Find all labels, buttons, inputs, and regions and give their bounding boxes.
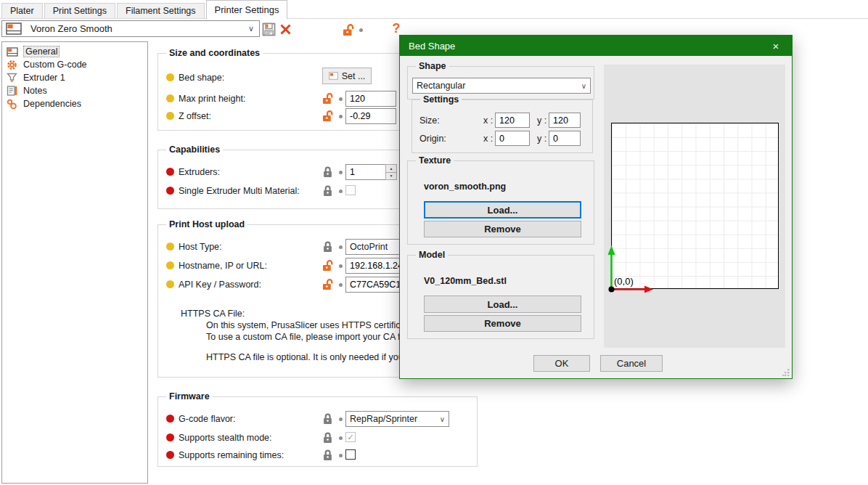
dialog-close-button[interactable]: × bbox=[760, 36, 792, 56]
mode-dot-icon bbox=[166, 73, 174, 81]
origin-label: Origin: bbox=[419, 134, 446, 144]
question-icon: ? bbox=[393, 21, 401, 36]
model-filename: V0_120mm_Bed.stl bbox=[424, 276, 507, 286]
ok-button[interactable]: OK bbox=[533, 355, 590, 372]
spin-down-button[interactable]: ▼ bbox=[385, 172, 397, 181]
option-label: Z offset: bbox=[179, 111, 211, 121]
main-tabbar: Plater Print Settings Filament Settings … bbox=[0, 0, 868, 19]
dependencies-icon bbox=[7, 99, 20, 109]
texture-remove-button[interactable]: Remove bbox=[424, 221, 581, 237]
option-label: Extruders: bbox=[179, 167, 220, 177]
option-label: API Key / Password: bbox=[179, 280, 261, 290]
group-model: Model V0_120mm_Bed.stl Load... Remove bbox=[407, 255, 594, 339]
lock-open-icon[interactable] bbox=[322, 92, 335, 105]
lock-closed-icon[interactable] bbox=[322, 184, 335, 197]
group-title: Model bbox=[416, 250, 448, 260]
remaining-times-checkbox[interactable] bbox=[345, 449, 356, 460]
lock-closed-icon[interactable] bbox=[322, 412, 335, 425]
shape-select[interactable]: Rectangular ∨ bbox=[412, 78, 591, 94]
button-label: Remove bbox=[484, 318, 521, 329]
prusaslicer-window: Plater Print Settings Filament Settings … bbox=[0, 0, 868, 485]
mode-dot-icon bbox=[166, 94, 174, 102]
dialog-title: Bed Shape bbox=[409, 41, 455, 52]
value-revert-dot-icon bbox=[339, 454, 343, 457]
max-print-height-input[interactable] bbox=[345, 91, 396, 107]
extruders-input[interactable] bbox=[345, 164, 385, 180]
bed-shape-set-button[interactable]: Set ... bbox=[322, 68, 372, 84]
option-label: Max print height: bbox=[179, 94, 245, 104]
value-revert-dot-icon bbox=[339, 245, 343, 249]
delete-x-icon bbox=[279, 23, 292, 36]
button-label: OK bbox=[555, 358, 569, 369]
tab-printer-settings[interactable]: Printer Settings bbox=[206, 0, 288, 19]
sidebar-item-general[interactable]: General bbox=[2, 45, 147, 58]
chevron-down-icon: ∨ bbox=[248, 24, 254, 33]
lock-open-icon[interactable] bbox=[341, 23, 356, 37]
size-x-input[interactable] bbox=[495, 113, 530, 128]
sidebar-item-label: General bbox=[23, 46, 60, 57]
value-revert-dot-icon bbox=[339, 264, 343, 268]
lock-open-icon[interactable] bbox=[322, 259, 335, 272]
z-offset-input[interactable] bbox=[345, 108, 396, 124]
resize-grip[interactable] bbox=[782, 369, 790, 376]
chevron-down-icon: ∨ bbox=[581, 82, 586, 90]
settings-sidebar: General Custom G-code Extruder 1 bbox=[1, 41, 148, 484]
group-title: Size and coordinates bbox=[166, 48, 263, 58]
sidebar-item-dependencies[interactable]: Dependencies bbox=[2, 97, 147, 110]
spin-up-button[interactable]: ▲ bbox=[385, 164, 397, 172]
mode-dot-icon bbox=[166, 451, 174, 459]
texture-load-button[interactable]: Load... bbox=[424, 201, 581, 219]
sidebar-item-label: Custom G-code bbox=[23, 60, 87, 70]
value-revert-dot-icon bbox=[339, 97, 343, 101]
save-preset-button[interactable] bbox=[261, 22, 276, 36]
set-button-label: Set ... bbox=[342, 71, 366, 81]
delete-preset-button[interactable] bbox=[278, 22, 292, 36]
help-button[interactable]: ? bbox=[389, 21, 404, 36]
model-load-button[interactable]: Load... bbox=[424, 296, 581, 313]
check-icon: ✓ bbox=[347, 433, 353, 441]
x-label: x : bbox=[483, 134, 493, 144]
dialog-titlebar[interactable]: Bed Shape bbox=[400, 36, 792, 56]
origin-coordinates-label: (0,0) bbox=[614, 276, 634, 287]
semm-checkbox[interactable] bbox=[345, 185, 356, 195]
https-ca-file-label: HTTPS CA File: bbox=[181, 309, 245, 319]
origin-y-input[interactable] bbox=[549, 131, 581, 146]
close-icon: × bbox=[773, 40, 779, 52]
option-label: Supports remaining times: bbox=[179, 450, 284, 460]
sidebar-item-notes[interactable]: Notes bbox=[2, 84, 147, 97]
tab-plater[interactable]: Plater bbox=[1, 3, 43, 18]
option-label: Hostname, IP or URL: bbox=[179, 261, 267, 271]
gcode-flavor-select[interactable]: RepRap/Sprinter ∨ bbox=[345, 411, 449, 427]
printer-preset-select[interactable]: Voron Zero Smooth ∨ bbox=[1, 20, 260, 37]
sidebar-item-custom-gcode[interactable]: Custom G-code bbox=[2, 58, 147, 71]
origin-x-input[interactable] bbox=[495, 131, 530, 146]
model-remove-button[interactable]: Remove bbox=[424, 315, 581, 332]
size-y-input[interactable] bbox=[549, 113, 581, 128]
lock-closed-icon[interactable] bbox=[322, 166, 335, 179]
lock-open-icon[interactable] bbox=[322, 278, 335, 291]
cancel-button[interactable]: Cancel bbox=[600, 355, 663, 372]
stealth-mode-checkbox[interactable]: ✓ bbox=[345, 432, 356, 442]
row-remaining-times: Supports remaining times: bbox=[158, 447, 477, 464]
option-label: Single Extruder Multi Material: bbox=[179, 186, 300, 196]
lock-closed-icon[interactable] bbox=[322, 240, 335, 253]
x-label: x : bbox=[483, 115, 493, 126]
group-title: Capabilities bbox=[166, 144, 223, 155]
group-title: Texture bbox=[416, 155, 454, 166]
group-title: Firmware bbox=[166, 391, 213, 402]
tab-filament-settings[interactable]: Filament Settings bbox=[117, 3, 205, 18]
mode-dot-icon bbox=[166, 112, 174, 120]
value-revert-dot-icon bbox=[339, 115, 343, 118]
bed-shape-dialog: Bed Shape × Shape Rectangular ∨ Settings… bbox=[399, 35, 793, 379]
extruders-stepper: ▲ ▼ bbox=[345, 164, 397, 180]
value-revert-dot-icon bbox=[339, 283, 343, 287]
option-label: Supports stealth mode: bbox=[179, 433, 272, 443]
tab-print-settings[interactable]: Print Settings bbox=[44, 3, 115, 18]
row-stealth-mode: Supports stealth mode: ✓ bbox=[158, 429, 477, 447]
sidebar-item-extruder-1[interactable]: Extruder 1 bbox=[2, 71, 147, 84]
lock-closed-icon[interactable] bbox=[322, 449, 335, 462]
origin-axes-icon bbox=[604, 65, 785, 348]
lock-closed-icon[interactable] bbox=[322, 431, 335, 444]
lock-open-icon[interactable] bbox=[322, 110, 335, 123]
bed-preview-panel: (0,0) bbox=[604, 65, 785, 348]
